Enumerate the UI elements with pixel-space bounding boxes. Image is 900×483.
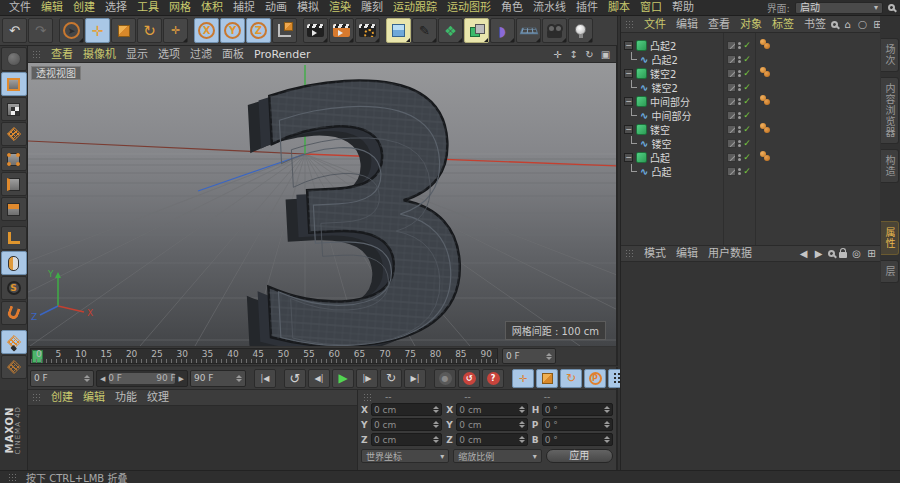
record-button[interactable]: ● [434, 369, 456, 388]
keyframe-help-button[interactable]: ? [482, 369, 504, 388]
menu-item[interactable]: 创建 [68, 0, 100, 15]
menu-item[interactable]: 运动跟踪 [388, 0, 442, 15]
viewport-menu-item[interactable]: 显示 [121, 47, 153, 62]
scale-mode-dropdown[interactable]: 缩放比例▾ [453, 449, 541, 463]
stepper-icon[interactable] [84, 375, 90, 382]
object-row[interactable]: − 凸起 ✓ [621, 150, 880, 164]
stepper-icon[interactable] [433, 436, 439, 443]
mode-menu-item[interactable]: 用户数据 [703, 246, 757, 261]
goto-end-button[interactable]: ▶| [404, 369, 426, 388]
enabled-check-icon[interactable]: ✓ [743, 82, 751, 92]
coord-field[interactable]: 0 cm [371, 433, 442, 446]
object-row-child[interactable]: ∿ 镂空 ✓ [621, 136, 880, 150]
collapse-toggle[interactable]: − [624, 153, 633, 162]
object-row-child[interactable]: ∿ 镂空2 ✓ [621, 80, 880, 94]
points-mode-button[interactable] [1, 147, 27, 171]
enable-snap-button[interactable] [1, 301, 27, 325]
stepper-icon[interactable] [546, 353, 552, 360]
menu-item[interactable]: 体积 [196, 0, 228, 15]
enabled-check-icon[interactable]: ✓ [743, 110, 751, 120]
coord-field[interactable]: 0 ° [542, 403, 613, 416]
enabled-check-icon[interactable]: ✓ [743, 68, 751, 78]
bend-deformer-button[interactable]: ◗ [490, 18, 515, 43]
interface-select[interactable]: 启动 ▾ [795, 2, 883, 14]
viewport-menu-item[interactable]: 面板 [217, 47, 249, 62]
timeline-ruler[interactable]: 051015202530354045505560657075808590 [30, 348, 498, 364]
material-menu-item[interactable]: 纹理 [142, 390, 174, 405]
range-left-icon[interactable]: ◀ [100, 375, 105, 383]
play-button[interactable]: ▶ [332, 369, 354, 388]
material-menu-item[interactable]: 功能 [110, 390, 142, 405]
filter-icon[interactable]: ◯ [857, 20, 868, 29]
visibility-dots[interactable] [738, 168, 741, 175]
visibility-dots[interactable] [738, 42, 741, 49]
coord-field[interactable]: 0 cm [456, 418, 527, 431]
loop-button[interactable]: ↻ [380, 369, 402, 388]
layer-box-icon[interactable] [727, 167, 736, 176]
lock-y-axis-button[interactable]: Y [220, 18, 245, 43]
visibility-dots[interactable] [738, 70, 741, 77]
end-frame-field[interactable]: 90 F [190, 370, 246, 387]
lock-z-axis-button[interactable]: Z [246, 18, 271, 43]
history-forward-icon[interactable]: ▶ [813, 248, 824, 259]
enabled-check-icon[interactable]: ✓ [743, 124, 751, 134]
menu-item[interactable]: 模拟 [292, 0, 324, 15]
object-row[interactable]: − 镂空2 ✓ [621, 66, 880, 80]
last-tool-button[interactable]: ✛ [163, 18, 188, 43]
lock-icon[interactable] [839, 252, 847, 258]
object-name[interactable]: 凸起2 [651, 52, 677, 67]
tab-attributes[interactable]: 属性 [881, 221, 899, 255]
menu-item[interactable]: 网格 [164, 0, 196, 15]
render-settings-button[interactable] [355, 18, 380, 43]
render-view-button[interactable] [303, 18, 328, 43]
menu-item[interactable]: 角色 [496, 0, 528, 15]
object-name[interactable]: 凸起 [650, 150, 670, 165]
menu-item[interactable]: 窗口 [635, 0, 667, 15]
drag-handle-icon[interactable] [625, 249, 635, 258]
object-tree[interactable]: − 凸起2 ✓ ∿ 凸起2 [621, 33, 880, 245]
visibility-dots[interactable] [738, 84, 741, 91]
layer-box-icon[interactable] [727, 83, 736, 92]
stepper-icon[interactable] [604, 406, 610, 413]
object-name[interactable]: 镂空 [650, 122, 670, 137]
key-scale-toggle[interactable] [536, 369, 558, 388]
workplane-mode-button[interactable] [1, 122, 27, 146]
subdivision-surface-button[interactable]: ❖ [438, 18, 463, 43]
light-button[interactable] [568, 18, 593, 43]
object-name[interactable]: 中间部分 [650, 94, 690, 109]
viewport-menu-item[interactable]: 摄像机 [78, 47, 121, 62]
object-name[interactable]: 凸起2 [650, 38, 676, 53]
enabled-check-icon[interactable]: ✓ [743, 54, 751, 64]
enabled-check-icon[interactable]: ✓ [743, 152, 751, 162]
stepper-icon[interactable] [519, 421, 525, 428]
coord-field[interactable]: 0 cm [456, 433, 527, 446]
viewport-menu-item[interactable]: 过滤 [185, 47, 217, 62]
view-label[interactable]: 透视视图 [31, 66, 81, 80]
scale-tool-button[interactable] [111, 18, 136, 43]
material-menu-item[interactable]: 创建 [46, 390, 78, 405]
stepper-icon[interactable] [604, 421, 610, 428]
start-frame-field[interactable]: 0 F [30, 370, 94, 387]
stepper-icon[interactable] [604, 436, 610, 443]
layer-box-icon[interactable] [727, 41, 736, 50]
stepper-icon[interactable] [519, 436, 525, 443]
viewport-menu-item[interactable]: 选项 [153, 47, 185, 62]
key-parameter-toggle[interactable]: P [584, 369, 606, 388]
phong-tag-icon[interactable] [760, 67, 773, 79]
orbit-view-icon[interactable]: ↻ [583, 49, 596, 60]
search-icon[interactable] [828, 250, 835, 257]
tab-takes[interactable]: 场次 [881, 38, 899, 72]
object-name[interactable]: 镂空2 [651, 80, 677, 95]
target-icon[interactable]: ◎ [851, 248, 862, 259]
visibility-dots[interactable] [738, 126, 741, 133]
collapse-toggle[interactable]: − [624, 69, 633, 78]
drag-handle-icon[interactable] [32, 393, 42, 402]
phong-tag-icon[interactable] [760, 123, 773, 135]
viewport-menu-item[interactable]: ProRender [249, 47, 316, 62]
stepper-icon[interactable] [236, 375, 242, 382]
attribute-manager-body[interactable] [621, 262, 880, 470]
apply-button[interactable]: 应用 [546, 449, 613, 463]
object-menu-item[interactable]: 标签 [767, 17, 799, 32]
edges-mode-button[interactable] [1, 172, 27, 196]
menu-item[interactable]: 编辑 [36, 0, 68, 15]
